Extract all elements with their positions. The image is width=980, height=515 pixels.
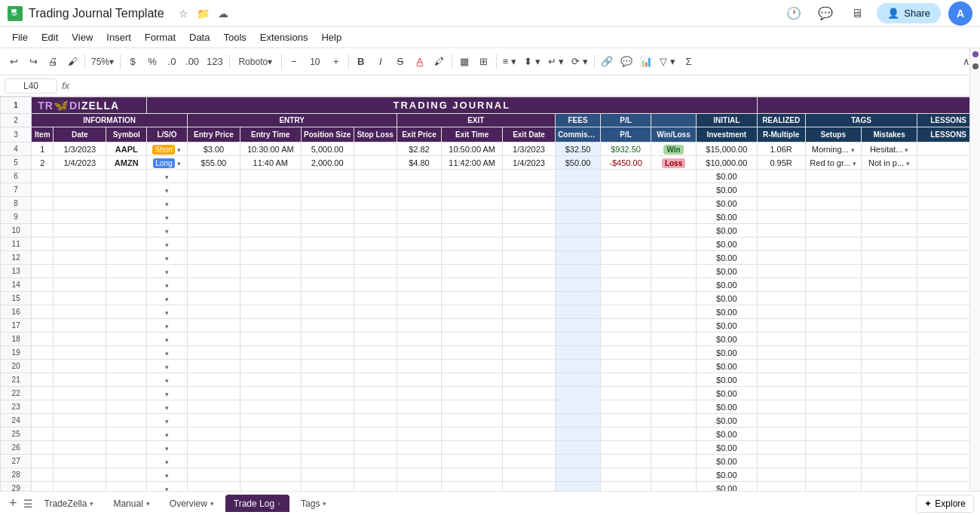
empty-row-19: 19▾$0.00 bbox=[1, 346, 980, 360]
tab-trade-log[interactable]: Trade Log ▾ bbox=[225, 495, 289, 512]
menu-extensions[interactable]: Extensions bbox=[254, 29, 314, 45]
highlight-button[interactable]: 🖍 bbox=[430, 52, 449, 72]
bold-button[interactable]: B bbox=[352, 52, 370, 72]
col-exit-price: Exit Price bbox=[397, 127, 442, 143]
tab-manual[interactable]: Manual ▾ bbox=[105, 495, 158, 512]
merge-button[interactable]: ⊞ bbox=[475, 52, 493, 72]
menu-edit[interactable]: Edit bbox=[35, 29, 64, 45]
link-button[interactable]: 🔗 bbox=[598, 52, 616, 72]
star-icon[interactable]: ☆ bbox=[176, 6, 191, 21]
toolbar: ↩ ↪ 🖨 🖌 75% ▾ $ % .0 .00 123 Roboto ▾ − … bbox=[0, 48, 980, 75]
empty-row-13: 13▾$0.00 bbox=[1, 265, 980, 278]
menu-insert[interactable]: Insert bbox=[100, 29, 137, 45]
comment-btn[interactable]: 💬 bbox=[617, 52, 635, 72]
align-v-button[interactable]: ⬍ ▾ bbox=[521, 52, 544, 72]
font-select[interactable]: Roboto ▾ bbox=[233, 52, 278, 72]
col-item: Item bbox=[32, 127, 54, 143]
r2-entry-time: 11:40 AM bbox=[240, 156, 302, 170]
menu-file[interactable]: File bbox=[6, 29, 34, 45]
empty-row-25: 25▾$0.00 bbox=[1, 428, 980, 441]
align-h-button[interactable]: ≡ ▾ bbox=[500, 52, 519, 72]
add-sheet-button[interactable]: + bbox=[6, 495, 20, 511]
r1-commission: $32.50 bbox=[556, 143, 601, 156]
r2-setups: Red to gr... ▾ bbox=[805, 156, 861, 170]
empty-row-17: 17▾$0.00 bbox=[1, 319, 980, 333]
exit-header: EXIT bbox=[397, 114, 556, 127]
folder-icon[interactable]: 📁 bbox=[196, 6, 211, 21]
document-title: Trading Journal Template bbox=[29, 7, 164, 20]
r2-item: 2 bbox=[32, 156, 54, 170]
r2-position-size: 2,000.00 bbox=[301, 156, 354, 170]
decimal-dec-button[interactable]: .0 bbox=[163, 52, 181, 72]
r1-exit-date: 1/3/2023 bbox=[502, 143, 555, 156]
title-icons: ☆ 📁 ☁ bbox=[176, 6, 231, 21]
menu-view[interactable]: View bbox=[66, 29, 99, 45]
data-row-2: 5 2 1/4/2023 AMZN Long ▾ $55.00 11:40 AM… bbox=[1, 156, 980, 170]
panel-dot-1[interactable] bbox=[972, 51, 978, 57]
share-button[interactable]: 👤 Share bbox=[877, 3, 941, 23]
empty-row-27: 27▾$0.00 bbox=[1, 455, 980, 468]
print-button[interactable]: 🖨 bbox=[44, 52, 62, 72]
menu-tools[interactable]: Tools bbox=[217, 29, 252, 45]
strikethrough-button[interactable]: S bbox=[391, 52, 409, 72]
menu-help[interactable]: Help bbox=[315, 29, 348, 45]
borders-button[interactable]: ▦ bbox=[455, 52, 473, 72]
cloud-icon[interactable]: ☁ bbox=[216, 6, 231, 21]
pl-header: P/L bbox=[601, 114, 651, 127]
svg-rect-2 bbox=[13, 14, 18, 14]
comment-icon[interactable]: 💬 bbox=[813, 2, 838, 26]
redo-button[interactable]: ↪ bbox=[24, 52, 42, 72]
logo: TR🦋DIZELLA bbox=[38, 100, 119, 112]
empty-row-8: 8▾$0.00 bbox=[1, 197, 980, 210]
filter-button[interactable]: ▽ ▾ bbox=[657, 52, 678, 72]
svg-rect-3 bbox=[13, 14, 17, 15]
col-entry-price: Entry Price bbox=[187, 127, 240, 143]
chart-button[interactable]: 📊 bbox=[637, 52, 655, 72]
explore-button[interactable]: ✦ Explore bbox=[916, 495, 974, 513]
empty-row-6: 6▾$0.00 bbox=[1, 170, 980, 183]
r2-lso: Long ▾ bbox=[147, 156, 188, 170]
font-inc-button[interactable]: + bbox=[327, 52, 345, 72]
r1-mistakes: Hesitat... ▾ bbox=[861, 143, 917, 156]
col-setups: Setups bbox=[805, 127, 861, 143]
r1-symbol: AAPL bbox=[106, 143, 147, 156]
tab-overview[interactable]: Overview ▾ bbox=[161, 495, 222, 512]
decimal-inc-button[interactable]: .00 bbox=[182, 52, 202, 72]
italic-button[interactable]: I bbox=[372, 52, 390, 72]
font-dec-button[interactable]: − bbox=[285, 52, 303, 72]
panel-dot-2[interactable] bbox=[972, 63, 978, 69]
r1-exit-price: $2.82 bbox=[397, 143, 442, 156]
r2-rmultiple: 0.95R bbox=[757, 156, 805, 170]
sheet-menu-button[interactable]: ☰ bbox=[23, 498, 33, 510]
initial-header: INITIAL bbox=[696, 114, 757, 127]
r2-date: 1/4/2023 bbox=[54, 156, 106, 170]
sigma-button[interactable]: Σ bbox=[680, 52, 698, 72]
undo-button[interactable]: ↩ bbox=[5, 52, 23, 72]
tab-tags[interactable]: Tags ▾ bbox=[292, 495, 335, 512]
fees-header: FEES bbox=[556, 114, 601, 127]
zoom-select[interactable]: 75% ▾ bbox=[88, 52, 117, 72]
empty-row-21: 21▾$0.00 bbox=[1, 373, 980, 387]
percent-button[interactable]: % bbox=[143, 52, 161, 72]
text-color-button[interactable]: A bbox=[411, 52, 429, 72]
r1-lso: Short ▾ bbox=[147, 143, 188, 156]
menu-data[interactable]: Data bbox=[183, 29, 216, 45]
wrap-button[interactable]: ↵ ▾ bbox=[545, 52, 568, 72]
share-icon: 👤 bbox=[887, 8, 899, 19]
user-avatar[interactable]: A bbox=[948, 2, 972, 26]
history-icon[interactable]: 🕐 bbox=[782, 2, 806, 26]
currency-button[interactable]: $ bbox=[124, 52, 142, 72]
menu-format[interactable]: Format bbox=[139, 29, 182, 45]
paint-format-button[interactable]: 🖌 bbox=[63, 52, 81, 72]
rotate-button[interactable]: ⟳ ▾ bbox=[568, 52, 591, 72]
winloss-header bbox=[651, 114, 697, 127]
r1-date: 1/3/2023 bbox=[54, 143, 106, 156]
screen-icon[interactable]: 🖥 bbox=[845, 2, 869, 26]
tab-tradezella[interactable]: TradeZella ▾ bbox=[36, 495, 103, 512]
font-size-input[interactable]: 10 bbox=[305, 52, 326, 72]
r2-exit-price: $4.80 bbox=[397, 156, 442, 170]
format-123[interactable]: 123 bbox=[204, 52, 226, 72]
r2-exit-time: 11:42:00 AM bbox=[442, 156, 503, 170]
col-mistakes: Mistakes bbox=[861, 127, 917, 143]
cell-reference[interactable] bbox=[5, 78, 57, 93]
